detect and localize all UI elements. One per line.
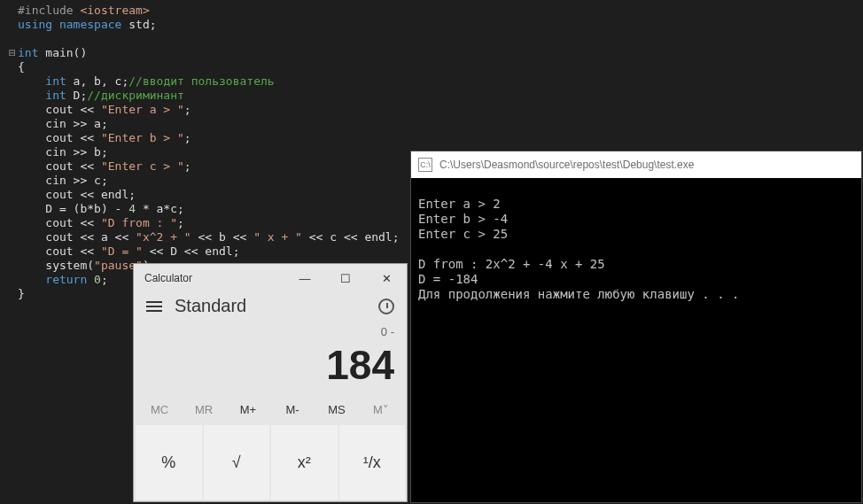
memory-store-button[interactable]: MS: [315, 398, 359, 422]
comment: //дискриминант: [87, 89, 184, 102]
sqrt-button[interactable]: √: [204, 425, 270, 500]
reciprocal-button[interactable]: ¹/x: [339, 425, 406, 500]
calculator-titlebar[interactable]: Calculator — ☐ ✕: [134, 264, 407, 292]
calculator-title: Calculator: [144, 272, 192, 284]
memory-clear-button[interactable]: MC: [137, 398, 182, 422]
include-header: <iostream>: [80, 4, 149, 17]
memory-row: MC MR M+ M- MS M˅: [134, 396, 407, 423]
square-button[interactable]: x²: [271, 425, 338, 500]
fold-gutter: [7, 4, 18, 18]
minimize-button[interactable]: —: [284, 264, 325, 292]
memory-minus-button[interactable]: M-: [270, 398, 315, 422]
console-window[interactable]: C:\ C:\Users\Deasmond\source\repos\test\…: [410, 151, 862, 503]
memory-list-button[interactable]: M˅: [359, 398, 403, 422]
calculator-display: 0 - 184: [134, 325, 407, 396]
calculator-keypad: % √ x² ¹/x: [134, 423, 407, 501]
history-icon[interactable]: [378, 299, 394, 314]
memory-recall-button[interactable]: MR: [182, 398, 226, 422]
percent-button[interactable]: %: [136, 425, 202, 500]
calculator-window[interactable]: Calculator — ☐ ✕ Standard 0 - 184 MC MR …: [133, 263, 408, 502]
calculator-mode: Standard: [175, 296, 378, 316]
console-titlebar[interactable]: C:\ C:\Users\Deasmond\source\repos\test\…: [411, 151, 861, 178]
fold-toggle[interactable]: ⊟: [7, 46, 18, 60]
console-output: Enter a > 2 Enter b > -4 Enter c > 25 D …: [411, 178, 861, 321]
memory-plus-button[interactable]: M+: [226, 398, 270, 422]
comment: //вводит пользователь: [128, 74, 274, 88]
console-title: C:\Users\Deasmond\source\repos\test\Debu…: [439, 159, 694, 171]
menu-icon[interactable]: [146, 301, 162, 312]
maximize-button[interactable]: ☐: [325, 264, 366, 292]
console-icon: C:\: [418, 158, 432, 172]
preprocessor: #include: [18, 4, 80, 17]
close-button[interactable]: ✕: [366, 264, 407, 292]
display-result: 184: [146, 341, 394, 389]
display-expression: 0 -: [146, 325, 394, 341]
